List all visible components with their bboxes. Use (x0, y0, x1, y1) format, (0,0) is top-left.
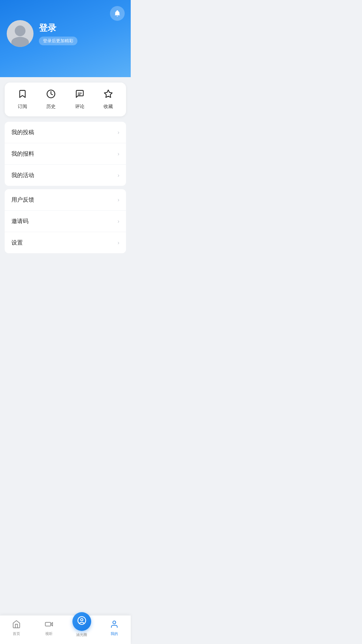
login-title[interactable]: 登录 (39, 22, 77, 34)
svg-marker-3 (105, 90, 112, 97)
chevron-right-icon: › (118, 240, 119, 246)
menu-item-my-activities[interactable]: 我的活动 › (5, 165, 126, 186)
comment-label: 评论 (75, 104, 84, 110)
chevron-right-icon: › (118, 197, 119, 203)
my-activities-label: 我的活动 (11, 171, 34, 179)
comment-icon (75, 89, 84, 100)
profile-row[interactable]: 登录 登录后更加精彩 (7, 20, 124, 47)
my-tips-label: 我的报料 (11, 150, 34, 158)
star-icon (104, 89, 113, 100)
chevron-right-icon: › (118, 218, 119, 224)
avatar-body-shape (11, 37, 29, 47)
action-history[interactable]: 历史 (37, 89, 66, 110)
history-label: 历史 (46, 104, 56, 110)
avatar-head-shape (15, 25, 25, 36)
subscribe-label: 订阅 (18, 104, 27, 110)
login-subtitle[interactable]: 登录后更加精彩 (39, 37, 77, 45)
menu-section-2: 用户反馈 › 邀请码 › 设置 › (5, 189, 126, 253)
chevron-right-icon: › (118, 151, 119, 157)
bookmark-icon (18, 89, 27, 100)
menu-item-my-posts[interactable]: 我的投稿 › (5, 122, 126, 143)
bell-icon (114, 10, 121, 17)
feedback-label: 用户反馈 (11, 196, 34, 204)
settings-label: 设置 (11, 239, 23, 247)
content-area: 订阅 历史 评论 (0, 83, 131, 287)
action-subscribe[interactable]: 订阅 (8, 89, 37, 110)
action-favorite[interactable]: 收藏 (94, 89, 123, 110)
menu-item-feedback[interactable]: 用户反馈 › (5, 189, 126, 211)
profile-info: 登录 登录后更加精彩 (39, 22, 77, 45)
chevron-right-icon: › (118, 172, 119, 178)
notification-bell-button[interactable] (110, 6, 125, 21)
menu-item-settings[interactable]: 设置 › (5, 232, 126, 253)
clock-icon (46, 89, 56, 100)
menu-section-1: 我的投稿 › 我的报料 › 我的活动 › (5, 122, 126, 186)
menu-item-invite-code[interactable]: 邀请码 › (5, 211, 126, 232)
chevron-right-icon: › (118, 129, 119, 136)
header-section: 登录 登录后更加精彩 (0, 0, 131, 77)
avatar[interactable] (7, 20, 34, 47)
avatar-placeholder (7, 20, 34, 47)
favorite-label: 收藏 (104, 104, 113, 110)
quick-actions-card: 订阅 历史 评论 (5, 83, 126, 116)
action-comment[interactable]: 评论 (65, 89, 94, 110)
invite-code-label: 邀请码 (11, 217, 28, 225)
menu-item-my-tips[interactable]: 我的报料 › (5, 143, 126, 165)
my-posts-label: 我的投稿 (11, 128, 34, 136)
